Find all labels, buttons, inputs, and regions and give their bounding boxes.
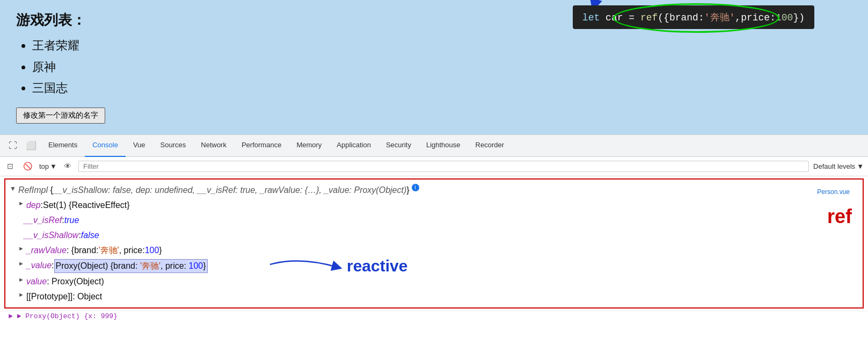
- bottom-entry-toggle[interactable]: ►: [9, 312, 13, 320]
- inspect-icon[interactable]: ⬜: [21, 140, 41, 150]
- filter-input[interactable]: [78, 161, 809, 172]
- tab-application[interactable]: Application: [329, 134, 378, 157]
- console-line-isshallow: __v_isShallow: false: [10, 228, 858, 243]
- clear-console-icon[interactable]: 🚫: [20, 161, 35, 171]
- console-output-area: ▼ RefImpl {__v_isShallow: false, dep: un…: [0, 178, 868, 321]
- console-line-value2: ► value: Proxy(Object): [10, 274, 858, 289]
- console-line-isref: __v_isRef: true: [10, 213, 858, 228]
- bottom-entry-text: ► Proxy(Object) {x: 999}: [17, 312, 118, 320]
- tab-security[interactable]: Security: [378, 134, 419, 157]
- expand-value2-toggle[interactable]: ►: [18, 275, 24, 284]
- reactive-arrow-icon: [267, 254, 342, 281]
- devtools-tabbar: ⛶ ⬜ Elements Console Vue Sources Network…: [0, 134, 868, 157]
- console-line-value: ► _value: Proxy(Object) {brand: '奔驰', pr…: [10, 258, 858, 274]
- no-toggle-isref: [18, 214, 21, 223]
- console-line-prototype: ► [[Prototype]]: Object: [10, 289, 858, 304]
- game-list: 王者荣耀 原神 三国志: [16, 35, 852, 99]
- console-line-dep: ► dep: Set(1) {ReactiveEffect}: [10, 198, 858, 213]
- console-main-line: ▼ RefImpl {__v_isShallow: false, dep: un…: [10, 183, 858, 198]
- context-dropdown[interactable]: top ▼: [39, 162, 57, 170]
- tab-memory[interactable]: Memory: [289, 134, 329, 157]
- source-link[interactable]: Person.vue: [817, 187, 850, 197]
- refimpl-text: RefImpl {__v_isShallow: false, dep: unde…: [18, 184, 410, 197]
- list-item: 原神: [32, 56, 852, 78]
- app-area: 游戏列表： 王者荣耀 原神 三国志 修改第一个游戏的名字 let car = r…: [0, 0, 868, 134]
- tab-network[interactable]: Network: [193, 134, 234, 157]
- tab-console[interactable]: Console: [85, 134, 126, 157]
- tab-elements[interactable]: Elements: [41, 134, 85, 157]
- default-levels-dropdown[interactable]: Default levels ▼: [813, 162, 864, 170]
- code-block: let car = ref({brand:'奔驰',price:100}): [573, 5, 814, 29]
- levels-arrow-icon: ▼: [857, 162, 864, 170]
- tab-vue[interactable]: Vue: [126, 134, 153, 157]
- default-levels-label: Default levels: [813, 162, 855, 170]
- expand-value-toggle[interactable]: ►: [18, 259, 24, 268]
- dropdown-arrow-icon: ▼: [50, 162, 57, 170]
- tab-performance[interactable]: Performance: [234, 134, 289, 157]
- eye-icon[interactable]: 👁: [61, 161, 74, 171]
- console-filter-bar: ⊡ 🚫 top ▼ 👁 Default levels ▼: [0, 157, 868, 176]
- expand-prototype-toggle[interactable]: ►: [18, 290, 24, 299]
- console-line-rawvalue: ► _rawValue: {brand: '奔驰', price: 100}: [10, 243, 858, 258]
- info-icon[interactable]: i: [412, 184, 419, 191]
- value-highlight: Proxy(Object) {brand: '奔驰', price: 100}: [54, 259, 208, 273]
- list-item: 王者荣耀: [32, 35, 852, 56]
- refimpl-entry: ▼ RefImpl {__v_isShallow: false, dep: un…: [4, 178, 864, 309]
- code-annotation: let car = ref({brand:'奔驰',price:100}): [573, 5, 814, 29]
- expand-dep-toggle[interactable]: ►: [18, 199, 24, 208]
- list-item: 三国志: [32, 77, 852, 99]
- expand-rawvalue-toggle[interactable]: ►: [18, 244, 24, 253]
- pointer-icon[interactable]: ⛶: [4, 141, 21, 150]
- modify-button[interactable]: 修改第一个游戏的名字: [16, 107, 105, 124]
- tab-lighthouse[interactable]: Lighthouse: [419, 134, 468, 157]
- code-block-container: let car = ref({brand:'奔驰',price:100}): [573, 5, 814, 29]
- no-toggle-isshallow: [18, 229, 21, 238]
- bottom-entry: ► ► Proxy(Object) {x: 999}: [0, 311, 868, 321]
- collapse-toggle[interactable]: ▼: [10, 184, 16, 193]
- top-label: top: [39, 162, 49, 170]
- reactive-label: reactive: [347, 254, 407, 278]
- ref-annotation: ref: [827, 205, 852, 228]
- sidebar-toggle-icon[interactable]: ⊡: [4, 161, 16, 171]
- tab-recorder[interactable]: Recorder: [468, 134, 512, 157]
- tab-sources[interactable]: Sources: [153, 134, 194, 157]
